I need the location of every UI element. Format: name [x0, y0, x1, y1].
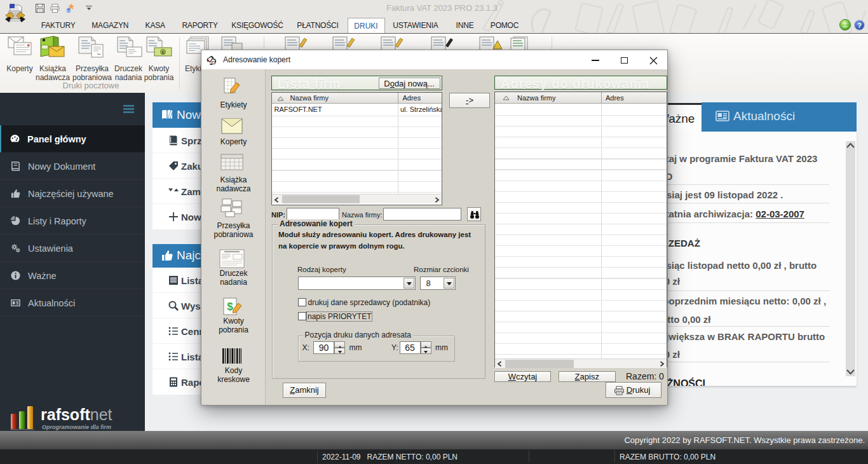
svg-text:?: ?: [857, 21, 862, 29]
svg-text:$: $: [161, 50, 165, 55]
svg-text:$: $: [227, 301, 233, 313]
